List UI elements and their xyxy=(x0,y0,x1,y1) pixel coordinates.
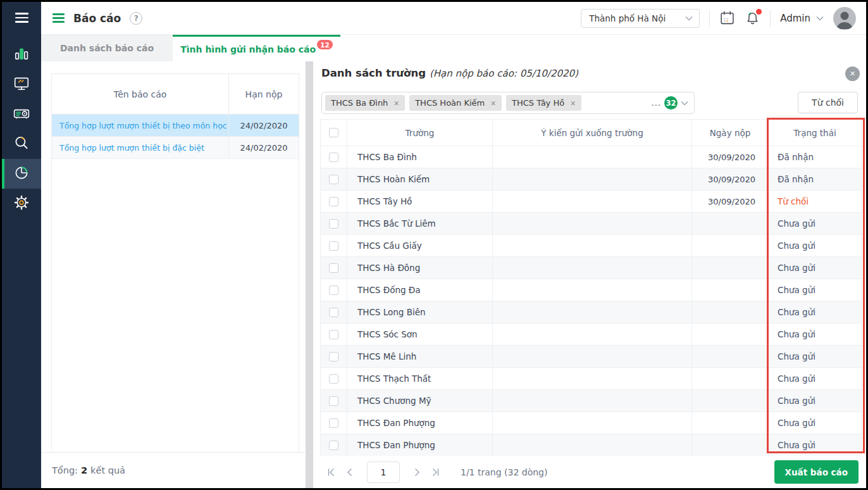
school-filter-multiselect[interactable]: THCS Ba Đình ✕ THCS Hoàn Kiếm ✕ THCS Tây… xyxy=(321,92,695,114)
school-name: THCS Ba Đình xyxy=(347,146,493,168)
school-comment xyxy=(493,434,692,456)
sidebar-item-devices[interactable] xyxy=(2,70,41,99)
sidebar-menu-icon[interactable] xyxy=(15,13,28,23)
next-page-icon[interactable] xyxy=(407,467,426,477)
row-checkbox[interactable] xyxy=(329,308,338,317)
bar-chart-icon xyxy=(13,46,30,65)
school-row: THCS Đan Phượng Chưa gửi xyxy=(321,434,861,456)
row-checkbox[interactable] xyxy=(329,286,338,295)
report-name-link[interactable]: Tổng hợp lượt mượn thiết bị theo môn học xyxy=(52,115,229,136)
page-menu-icon[interactable] xyxy=(53,13,65,23)
school-name: THCS Đống Đa xyxy=(347,279,493,301)
deadline-subtitle: (Hạn nộp báo cáo: 05/10/2020) xyxy=(430,68,578,79)
notification-bell-icon[interactable] xyxy=(745,10,760,26)
report-total-bar: Tổng: 2 kết quả xyxy=(41,452,306,488)
submit-date xyxy=(692,235,769,257)
divider xyxy=(770,10,771,27)
row-checkbox[interactable] xyxy=(329,197,338,206)
username: Admin xyxy=(780,13,810,24)
filter-tag: THCS Ba Đình ✕ xyxy=(325,95,405,111)
calendar-icon[interactable] xyxy=(719,10,735,26)
school-name: THCS Đan Phượng xyxy=(347,412,493,434)
avatar[interactable] xyxy=(833,7,856,30)
row-checkbox[interactable] xyxy=(329,241,338,251)
reject-button[interactable]: Từ chối xyxy=(798,92,858,113)
report-list-row[interactable]: Tổng hợp lượt mượn thiết bị theo môn học… xyxy=(52,115,299,137)
submit-date xyxy=(692,346,769,368)
submit-date xyxy=(692,390,769,412)
column-header-school: Trường xyxy=(347,120,493,146)
panel-splitter[interactable] xyxy=(306,61,313,488)
help-icon[interactable]: ? xyxy=(130,12,142,25)
notification-dot xyxy=(756,9,762,15)
school-comment xyxy=(493,168,692,191)
sidebar-item-projector[interactable] xyxy=(2,99,41,129)
submit-date xyxy=(692,257,769,279)
search-icon xyxy=(13,135,30,154)
close-icon[interactable]: ✕ xyxy=(845,66,860,81)
status-label: Chưa gửi xyxy=(769,301,862,324)
row-checkbox[interactable] xyxy=(329,418,338,428)
report-table-header: Tên báo cáo Hạn nộp xyxy=(52,74,299,115)
sidebar-item-statistics[interactable] xyxy=(2,40,41,70)
school-name: THCS Cầu Giấy xyxy=(347,235,493,257)
row-checkbox[interactable] xyxy=(329,263,338,273)
settings-icon xyxy=(13,194,30,213)
row-checkbox[interactable] xyxy=(329,441,338,450)
school-row: THCS Cầu Giấy Chưa gửi xyxy=(321,235,861,257)
row-checkbox[interactable] xyxy=(329,374,338,384)
topbar: Báo cáo ? Thành phố Hà Nội xyxy=(41,2,866,35)
school-comment xyxy=(493,412,692,434)
report-list-row[interactable]: Tổng hợp lượt mượn thiết bị đặc biệt 24/… xyxy=(52,137,299,159)
last-page-icon[interactable] xyxy=(426,467,445,477)
row-checkbox[interactable] xyxy=(329,219,338,229)
submit-date: 30/09/2020 xyxy=(692,191,769,213)
app-window: Báo cáo ? Thành phố Hà Nội xyxy=(0,0,868,490)
pie-chart-icon xyxy=(13,165,30,184)
submit-date xyxy=(692,279,769,301)
row-checkbox[interactable] xyxy=(329,175,338,184)
tag-remove-icon[interactable]: ✕ xyxy=(490,99,496,107)
column-header-status: Trạng thái xyxy=(769,120,862,146)
school-comment xyxy=(493,257,692,279)
school-name: THCS Hà Đông xyxy=(347,257,493,279)
school-comment xyxy=(493,301,692,324)
school-row: THCS Sóc Sơn Chưa gửi xyxy=(321,324,861,346)
school-name: THCS Hoàn Kiếm xyxy=(347,168,493,191)
filter-tag-label: THCS Ba Đình xyxy=(331,98,388,108)
school-row: THCS Hà Đông Chưa gửi xyxy=(321,257,861,279)
user-menu[interactable]: Admin xyxy=(780,13,824,24)
row-checkbox[interactable] xyxy=(329,330,338,339)
region-select-value: Thành phố Hà Nội xyxy=(589,13,666,23)
row-checkbox[interactable] xyxy=(329,153,338,162)
more-tags-count-badge: 32 xyxy=(664,96,678,110)
export-report-button[interactable]: Xuất báo cáo xyxy=(774,460,859,484)
tab-report-list[interactable]: Danh sách báo cáo xyxy=(41,35,173,61)
page-number-input[interactable]: 1 xyxy=(367,462,400,483)
school-comment xyxy=(493,146,692,168)
filter-tag: THCS Tây Hồ ✕ xyxy=(506,95,581,111)
school-row: THCS Chương Mỹ Chưa gửi xyxy=(321,390,861,412)
school-name: THCS Mê Linh xyxy=(347,346,493,368)
first-page-icon[interactable] xyxy=(321,467,340,477)
school-name: THCS Long Biên xyxy=(347,301,493,324)
tag-remove-icon[interactable]: ✕ xyxy=(394,99,399,107)
more-tags-dropdown[interactable]: ... 32 xyxy=(652,92,688,113)
tab-badge: 12 xyxy=(317,40,333,49)
prev-page-icon[interactable] xyxy=(340,467,359,477)
school-name: THCS Đan Phượng xyxy=(347,434,493,456)
report-name-link[interactable]: Tổng hợp lượt mượn thiết bị đặc biệt xyxy=(52,137,229,158)
select-all-checkbox[interactable] xyxy=(329,128,338,137)
region-select[interactable]: Thành phố Hà Nội xyxy=(581,9,700,28)
sidebar-item-settings[interactable] xyxy=(2,189,41,218)
row-checkbox[interactable] xyxy=(329,352,338,361)
filter-tag-label: THCS Hoàn Kiếm xyxy=(415,98,485,108)
status-label: Chưa gửi xyxy=(769,279,862,301)
tab-send-receive-status[interactable]: Tình hình gửi nhận báo cáo 12 xyxy=(173,35,340,61)
sidebar-item-reports[interactable] xyxy=(2,159,41,189)
tag-remove-icon[interactable]: ✕ xyxy=(570,99,576,107)
status-label: Chưa gửi xyxy=(769,412,862,434)
row-checkbox[interactable] xyxy=(329,396,338,406)
sidebar-item-search[interactable] xyxy=(2,129,41,159)
submit-date xyxy=(692,368,769,390)
